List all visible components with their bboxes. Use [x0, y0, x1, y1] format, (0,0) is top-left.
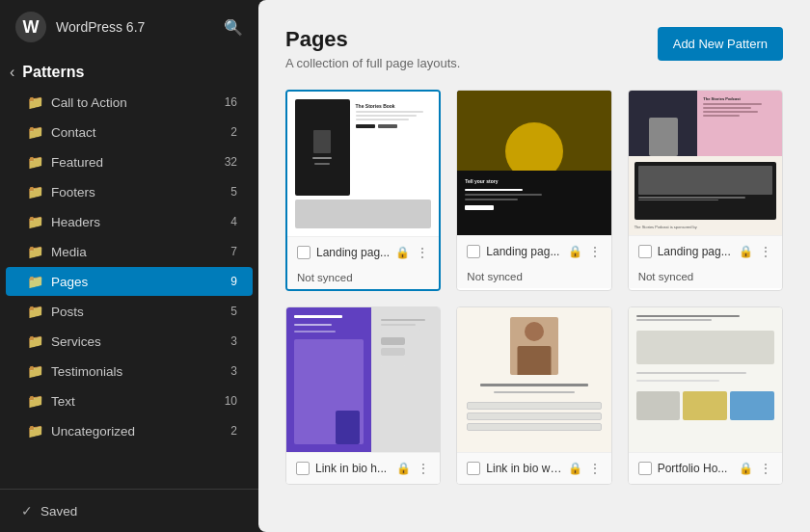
- folder-icon: 📁: [27, 274, 43, 289]
- page-header: Pages A collection of full page layouts.…: [285, 27, 783, 70]
- not-synced-label-3: Not synced: [629, 267, 782, 288]
- pattern-thumbnail-1: The Stories Book: [287, 92, 439, 236]
- sidebar-item-count: 4: [230, 215, 237, 228]
- page-subtitle: A collection of full page layouts.: [285, 56, 460, 70]
- main-content: Pages A collection of full page layouts.…: [258, 0, 810, 532]
- sidebar-item-media[interactable]: 📁 Media 7: [6, 237, 253, 266]
- sidebar-item-label: Featured: [51, 155, 225, 170]
- pattern-card-4[interactable]: Link in bio h... 🔒 ⋮: [285, 306, 441, 485]
- sidebar-item-label: Services: [51, 334, 230, 349]
- pattern-name-3: Landing pag...: [658, 245, 733, 258]
- sidebar-item-count: 2: [230, 424, 237, 438]
- pattern-card-1[interactable]: The Stories Book: [285, 90, 441, 291]
- thumb-tell-story: Tell your story: [457, 91, 610, 235]
- pattern-thumbnail-6: [629, 307, 782, 452]
- folder-icon: 📁: [27, 94, 43, 110]
- patterns-heading: Patterns: [22, 64, 84, 81]
- page-title-group: Pages A collection of full page layouts.: [285, 27, 460, 70]
- pattern-card-3[interactable]: The Stories Podcast: [628, 90, 783, 291]
- sidebar-item-count: 10: [225, 394, 237, 408]
- sidebar-item-featured[interactable]: 📁 Featured 32: [6, 147, 253, 176]
- add-new-pattern-button[interactable]: Add New Pattern: [658, 27, 783, 61]
- pattern-footer-5: Link in bio wi... 🔒 ⋮: [457, 452, 610, 484]
- more-options-icon[interactable]: ⋮: [759, 461, 772, 476]
- sidebar-item-headers[interactable]: 📁 Headers 4: [6, 207, 253, 236]
- sidebar-item-count: 7: [230, 245, 237, 258]
- sidebar-item-label: Contact: [51, 125, 230, 140]
- pattern-footer-1: Landing pag... 🔒 ⋮: [287, 236, 439, 268]
- sidebar-item-label: Headers: [51, 215, 230, 229]
- sidebar-item-uncategorized[interactable]: 📁 Uncategorized 2: [6, 416, 253, 445]
- lock-icon: 🔒: [568, 245, 582, 258]
- folder-icon: 📁: [27, 184, 43, 200]
- folder-icon: 📁: [27, 304, 43, 319]
- folder-icon: 📁: [27, 244, 43, 259]
- sidebar-item-label: Footers: [51, 185, 230, 200]
- wp-logo: W: [15, 12, 46, 42]
- sidebar-item-count: 9: [230, 275, 237, 288]
- sidebar: W WordPress 6.7 🔍 ‹ Patterns 📁 Call to A…: [0, 0, 258, 532]
- pattern-checkbox-1[interactable]: [297, 246, 310, 259]
- sidebar-item-services[interactable]: 📁 Services 3: [6, 327, 253, 356]
- checkmark-icon: ✓: [21, 503, 33, 519]
- sidebar-item-label: Posts: [51, 305, 230, 319]
- more-options-icon[interactable]: ⋮: [417, 461, 430, 476]
- pattern-checkbox-6[interactable]: [638, 462, 652, 475]
- sidebar-footer: ✓ Saved: [0, 489, 258, 532]
- pattern-name-2: Landing pag...: [486, 245, 561, 258]
- pattern-thumbnail-3: The Stories Podcast: [629, 91, 782, 235]
- more-options-icon[interactable]: ⋮: [588, 461, 602, 476]
- thumb-portfolio: [629, 307, 782, 452]
- sidebar-item-footers[interactable]: 📁 Footers 5: [6, 177, 253, 206]
- pattern-footer-6: Portfolio Ho... 🔒 ⋮: [629, 452, 782, 484]
- pattern-name-1: Landing pag...: [316, 246, 390, 259]
- sidebar-item-label: Pages: [51, 275, 230, 289]
- folder-icon: 📁: [27, 333, 43, 349]
- sidebar-item-text[interactable]: 📁 Text 10: [6, 386, 253, 415]
- pattern-card-5[interactable]: Link in bio wi... 🔒 ⋮: [456, 306, 611, 485]
- lock-icon: 🔒: [568, 462, 582, 475]
- folder-icon: 📁: [27, 124, 43, 140]
- pattern-checkbox-5[interactable]: [467, 462, 480, 475]
- sidebar-nav-header: ‹ Patterns: [0, 54, 258, 87]
- sidebar-item-count: 5: [230, 305, 237, 318]
- sidebar-item-label: Uncategorized: [51, 424, 230, 439]
- folder-icon: 📁: [27, 214, 43, 229]
- saved-item[interactable]: ✓ Saved: [15, 499, 243, 522]
- pattern-thumbnail-2: Tell your story: [457, 91, 610, 235]
- search-icon[interactable]: 🔍: [224, 18, 243, 37]
- more-options-icon[interactable]: ⋮: [588, 244, 602, 259]
- thumb-link-bio-1: [286, 307, 440, 452]
- pattern-checkbox-4[interactable]: [296, 462, 310, 475]
- sidebar-item-label: Call to Action: [51, 95, 225, 110]
- pattern-checkbox-3[interactable]: [638, 245, 652, 258]
- sidebar-header: W WordPress 6.7 🔍: [0, 0, 258, 54]
- sidebar-item-pages[interactable]: 📁 Pages 9: [6, 267, 253, 296]
- thumb-link-bio-2: [457, 307, 610, 452]
- sidebar-item-testimonials[interactable]: 📁 Testimonials 3: [6, 357, 253, 386]
- more-options-icon[interactable]: ⋮: [416, 245, 429, 260]
- sidebar-item-label: Media: [51, 245, 230, 259]
- sidebar-item-count: 5: [230, 185, 237, 199]
- pattern-thumbnail-4: [286, 307, 440, 452]
- pattern-checkbox-2[interactable]: [467, 245, 480, 258]
- sidebar-item-posts[interactable]: 📁 Posts 5: [6, 297, 253, 326]
- lock-icon: 🔒: [739, 462, 753, 475]
- lock-icon: 🔒: [396, 462, 411, 475]
- not-synced-label-1: Not synced: [287, 268, 439, 289]
- sidebar-item-count: 3: [230, 334, 237, 348]
- not-synced-label-2: Not synced: [457, 267, 610, 288]
- pattern-name-5: Link in bio wi...: [486, 462, 561, 475]
- sidebar-item-count: 16: [225, 95, 237, 109]
- more-options-icon[interactable]: ⋮: [759, 244, 772, 259]
- back-arrow-icon[interactable]: ‹: [10, 64, 14, 81]
- pattern-card-6[interactable]: Portfolio Ho... 🔒 ⋮: [628, 306, 783, 485]
- patterns-grid: The Stories Book: [285, 90, 783, 485]
- sidebar-item-contact[interactable]: 📁 Contact 2: [6, 118, 253, 146]
- pattern-card-2[interactable]: Tell your story Landing pag... 🔒 ⋮ Not s…: [456, 90, 611, 291]
- sidebar-item-call-to-action[interactable]: 📁 Call to Action 16: [6, 88, 253, 117]
- sidebar-item-label: Testimonials: [51, 364, 230, 379]
- app-name: WordPress 6.7: [56, 19, 145, 35]
- sidebar-item-count: 32: [225, 155, 237, 169]
- sidebar-item-count: 2: [230, 125, 237, 139]
